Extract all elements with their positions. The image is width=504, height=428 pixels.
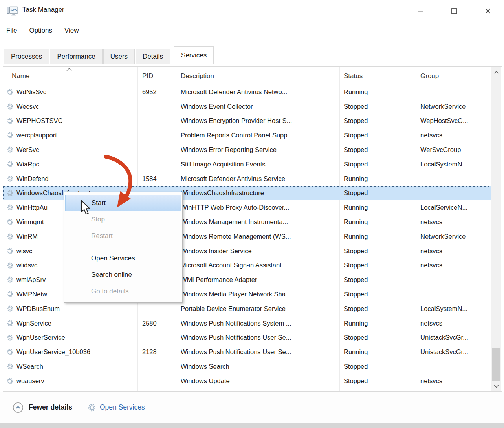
- maximize-icon: [451, 8, 458, 15]
- menu-item-go-to-details: Go to details: [65, 283, 181, 300]
- cell-description: Windows Media Player Network Sha...: [181, 291, 339, 298]
- table-row[interactable]: WPDBusEnum Portable Device Enumerator Se…: [3, 302, 491, 316]
- service-gear-icon: [7, 276, 14, 283]
- gear-icon: [88, 403, 96, 412]
- table-row[interactable]: wercplsupport Problem Reports Control Pa…: [3, 128, 491, 143]
- minimize-button[interactable]: [407, 0, 434, 22]
- chevron-down-icon: [494, 384, 499, 388]
- table-row[interactable]: wuauserv Windows Update Stopped netsvcs: [3, 374, 491, 388]
- service-gear-icon: [7, 305, 14, 312]
- scroll-down-button[interactable]: [491, 381, 501, 391]
- cell-description: WMI Performance Adapter: [181, 276, 339, 284]
- column-header-status[interactable]: Status: [344, 72, 363, 80]
- cell-name: WinDefend: [16, 175, 137, 183]
- cell-group: netsvcs: [420, 247, 491, 255]
- menu-view[interactable]: View: [64, 24, 79, 37]
- cell-status: Running: [344, 204, 414, 211]
- cell-status: Stopped: [344, 117, 414, 124]
- cell-group: LocalServiceN...: [420, 204, 491, 211]
- cell-group: netsvcs: [420, 218, 491, 226]
- menu-item-start[interactable]: Start: [65, 195, 181, 211]
- table-row[interactable]: WpnUserService Windows Push Notification…: [3, 331, 491, 345]
- chevron-up-circle-icon[interactable]: [13, 402, 24, 413]
- cell-description: Problem Reports Control Panel Supp...: [181, 132, 339, 139]
- maximize-button[interactable]: [441, 0, 467, 22]
- table-row[interactable]: Wecsvc Windows Event Collector Stopped N…: [3, 99, 491, 114]
- cell-name: WpnService: [16, 320, 137, 327]
- cell-name: wuauserv: [16, 377, 137, 385]
- cell-name: WdNisSvc: [16, 88, 137, 96]
- service-gear-icon: [7, 377, 14, 384]
- cell-status: Running: [344, 175, 414, 183]
- menu-separator: [81, 247, 177, 247]
- tab-users[interactable]: Users: [103, 49, 135, 64]
- cell-description: Windows Error Reporting Service: [181, 146, 339, 154]
- cell-status: Stopped: [344, 262, 414, 269]
- cell-group: UnistackSvcGr...: [420, 334, 491, 341]
- footer-bar: Fewer details Open Services: [0, 392, 504, 423]
- tab-processes[interactable]: Processes: [4, 49, 49, 64]
- cell-description: Windows Update: [181, 377, 339, 385]
- cell-group: NetworkService: [420, 233, 491, 240]
- tab-details[interactable]: Details: [136, 49, 170, 64]
- table-row[interactable]: WSearch Windows Search Stopped: [3, 359, 491, 374]
- cell-status: Stopped: [344, 189, 414, 197]
- cell-description: Microsoft Account Sign-in Assistant: [181, 262, 339, 269]
- menu-item-search-online[interactable]: Search online: [65, 267, 181, 283]
- service-gear-icon: [7, 175, 14, 182]
- cell-pid: 6952: [142, 88, 177, 96]
- cell-name: wercplsupport: [16, 132, 137, 139]
- cell-name: WerSvc: [16, 146, 137, 154]
- table-row[interactable]: WdNisSvc 6952 Microsoft Defender Antivir…: [3, 85, 491, 99]
- column-header-name[interactable]: Name: [12, 72, 29, 80]
- cell-name: Wecsvc: [16, 103, 137, 110]
- menu-file[interactable]: File: [6, 24, 17, 37]
- close-icon: [484, 7, 491, 15]
- table-row[interactable]: WiaRpc Still Image Acquisition Events St…: [3, 157, 491, 172]
- cell-group: UnistackSvcGr...: [420, 348, 491, 356]
- vertical-scrollbar[interactable]: [491, 67, 501, 391]
- cell-description: Windows Push Notifications System ...: [181, 320, 339, 327]
- task-manager-window: Task Manager File Options View Processes…: [0, 0, 504, 428]
- table-row[interactable]: WerSvc Windows Error Reporting Service S…: [3, 143, 491, 157]
- cell-group: WerSvcGroup: [420, 146, 491, 154]
- table-row[interactable]: WpnService 2580 Windows Push Notificatio…: [3, 316, 491, 331]
- scroll-thumb[interactable]: [492, 348, 500, 381]
- cell-status: Stopped: [344, 377, 414, 385]
- menu-item-stop: Stop: [65, 211, 181, 228]
- menu-options[interactable]: Options: [29, 24, 52, 37]
- window-bottom-edge: [0, 423, 504, 428]
- table-row[interactable]: WpnUserService_10b036 2128 Windows Push …: [3, 345, 491, 359]
- table-row[interactable]: WEPHOSTSVC Windows Encryption Provider H…: [3, 114, 491, 128]
- cell-pid: 2128: [142, 348, 177, 356]
- service-gear-icon: [7, 363, 14, 370]
- fewer-details-button[interactable]: Fewer details: [29, 403, 72, 412]
- cell-description: Windows Management Instrumenta...: [181, 218, 339, 226]
- service-gear-icon: [7, 262, 14, 269]
- cell-status: Stopped: [344, 247, 414, 255]
- table-row[interactable]: WinDefend 1584 Microsoft Defender Antivi…: [3, 172, 491, 186]
- service-gear-icon: [7, 218, 14, 225]
- cell-name: WiaRpc: [16, 161, 137, 168]
- cell-description: Windows Encryption Provider Host S...: [181, 117, 339, 124]
- column-header-description[interactable]: Description: [181, 72, 214, 80]
- service-gear-icon: [7, 291, 14, 298]
- open-services-link[interactable]: Open Services: [100, 403, 145, 412]
- column-header-group[interactable]: Group: [420, 72, 439, 80]
- service-gear-icon: [7, 161, 14, 168]
- cell-pid: 1584: [142, 175, 177, 183]
- close-button[interactable]: [475, 0, 501, 22]
- table-header: Name PID Description Status Group: [3, 67, 491, 85]
- cell-name: WpnUserService: [16, 334, 137, 341]
- scroll-up-button[interactable]: [491, 67, 501, 77]
- cell-description: Windows Push Notifications User Se...: [181, 348, 339, 356]
- cell-status: Stopped: [344, 161, 414, 168]
- tab-services[interactable]: Services: [174, 46, 214, 64]
- tab-performance[interactable]: Performance: [50, 49, 102, 64]
- menu-item-open-services[interactable]: Open Services: [65, 250, 181, 267]
- service-gear-icon: [7, 117, 14, 124]
- context-menu: Start Stop Restart Open Services Search …: [64, 192, 183, 303]
- cell-status: Stopped: [344, 146, 414, 154]
- service-gear-icon: [7, 190, 14, 197]
- column-header-pid[interactable]: PID: [142, 72, 153, 80]
